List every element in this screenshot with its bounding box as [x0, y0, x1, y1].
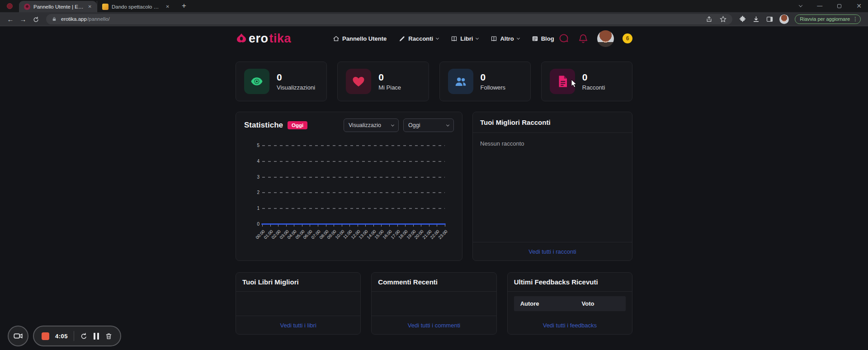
window-menu-chevron-icon[interactable] — [799, 3, 802, 7]
chevron-down-icon — [391, 123, 394, 126]
chart-series-line — [261, 223, 446, 225]
chart-x-tick — [318, 225, 318, 227]
stat-label: Mi Piace — [378, 84, 401, 91]
panel-body — [236, 292, 360, 316]
nav-label: Racconti — [408, 35, 433, 42]
empty-state-text: Nessun racconto — [473, 133, 632, 242]
page-content: erotika Pannello Utente Racconti Libri — [0, 26, 868, 350]
url-host: erotika.app — [61, 16, 87, 22]
chart-gridline — [262, 192, 445, 193]
relaunch-label: Riavvia per aggiornare — [800, 16, 850, 22]
main-nav: Pannello Utente Racconti Libri Al — [333, 35, 554, 42]
tab-close-icon[interactable]: ✕ — [165, 4, 171, 9]
statistics-panel: Statistiche Oggi Visualizzazio Oggi — [236, 112, 462, 261]
messages-icon[interactable] — [558, 33, 569, 44]
nav-item-racconti[interactable]: Racconti — [399, 35, 439, 42]
stat-card-followers: 0 Followers — [439, 61, 531, 101]
nav-label: Altro — [500, 35, 514, 42]
mouse-cursor — [571, 79, 577, 88]
side-panel-icon[interactable] — [766, 15, 774, 23]
back-icon[interactable]: ← — [5, 15, 16, 23]
window-minimize-icon[interactable]: — — [817, 3, 822, 9]
view-all-feedbacks-link[interactable]: Vedi tutti i feedbacks — [543, 322, 597, 329]
chart-x-tick — [421, 225, 421, 227]
stop-recording-button[interactable] — [42, 332, 49, 340]
tab-title: Dando spettacolo al privé - Racc — [112, 4, 161, 9]
chart-y-tick-label: 5 — [249, 143, 259, 148]
metric-select-value: Visualizzazio — [349, 122, 381, 128]
window-maximize-icon[interactable] — [837, 4, 841, 8]
chart-x-tick — [445, 225, 445, 227]
chart-x-tick — [358, 225, 358, 227]
relaunch-to-update-button[interactable]: Riavvia per aggiornare ⋮ — [795, 14, 861, 24]
view-all-books-link[interactable]: Vedi tutti i libri — [280, 322, 316, 329]
delete-recording-icon[interactable] — [105, 332, 113, 340]
view-all-stories-link[interactable]: Vedi tutti i racconti — [528, 248, 576, 255]
share-icon[interactable] — [705, 15, 713, 23]
panel-title: Tuoi Libri Migliori — [236, 273, 360, 292]
site-header: erotika Pannello Utente Racconti Libri — [0, 26, 868, 51]
restart-recording-icon[interactable] — [80, 332, 88, 340]
stat-label: Visualizzazioni — [277, 84, 315, 91]
nav-item-pannello-utente[interactable]: Pannello Utente — [333, 35, 387, 42]
nav-item-blog[interactable]: Blog — [532, 35, 554, 42]
chart-plot: 01234500:0001:0002:0003:0004:0005:0006:0… — [262, 146, 445, 224]
screen-recorder-widget: 4:05 — [8, 326, 121, 346]
erotika-logo[interactable]: erotika — [236, 32, 291, 46]
extensions-puzzle-icon[interactable] — [739, 15, 746, 23]
chevron-down-icon — [446, 123, 449, 126]
chart-y-tick-label: 2 — [249, 190, 259, 195]
user-avatar[interactable] — [597, 30, 614, 47]
chevron-down-icon — [476, 36, 479, 39]
column-header-voto: Voto — [576, 296, 626, 311]
bookmark-star-icon[interactable] — [719, 15, 727, 23]
tab-title: Pannello Utente | Erotika — [33, 4, 84, 9]
reload-icon[interactable] — [30, 15, 42, 23]
tab-close-icon[interactable]: ✕ — [87, 4, 93, 9]
chart-gridline — [262, 177, 445, 178]
browser-profile-avatar[interactable] — [779, 14, 789, 24]
chart-x-tick — [334, 225, 334, 227]
panel-body — [508, 311, 632, 321]
nav-item-altro[interactable]: Altro — [491, 35, 519, 42]
chart-x-tick — [286, 225, 287, 227]
metric-select[interactable]: Visualizzazio — [344, 118, 399, 132]
notifications-bell-icon[interactable] — [578, 33, 589, 44]
notification-count-badge[interactable]: 6 — [623, 33, 632, 43]
logo-text-prefix: ero — [249, 32, 269, 46]
chart-x-tick — [437, 225, 437, 227]
chart-y-tick-label: 3 — [249, 175, 259, 180]
followers-people-icon — [454, 75, 467, 88]
chart-x-tick — [381, 225, 382, 227]
book-icon — [491, 35, 497, 42]
tab-dando-spettacolo[interactable]: Dando spettacolo al privé - Racc ✕ — [97, 1, 175, 12]
stat-card-racconti: 0 Racconti — [541, 61, 632, 101]
tab-pannello-utente[interactable]: Pannello Utente | Erotika ✕ — [19, 1, 97, 12]
stat-value: 0 — [481, 72, 506, 82]
home-icon — [333, 35, 340, 42]
book-icon — [451, 35, 458, 42]
chart-gridline — [262, 161, 445, 162]
nav-label: Blog — [541, 35, 554, 42]
browser-menu-kebab-icon[interactable]: ⋮ — [853, 16, 858, 22]
nav-item-libri[interactable]: Libri — [451, 35, 478, 42]
chart-x-tick — [413, 225, 414, 227]
new-tab-button[interactable]: + — [182, 1, 186, 10]
forward-icon[interactable]: → — [17, 15, 29, 23]
chart-x-tick — [270, 225, 271, 227]
header-actions: 6 — [558, 30, 632, 47]
view-all-comments-link[interactable]: Vedi tutti i commenti — [408, 322, 460, 329]
period-select[interactable]: Oggi — [403, 118, 454, 132]
chart-x-tick — [429, 225, 429, 227]
chart-x-tick — [342, 225, 342, 227]
stat-label: Racconti — [582, 84, 605, 91]
erotika-favicon — [24, 4, 30, 10]
pencil-icon — [399, 35, 406, 42]
window-close-icon[interactable]: ✕ — [856, 2, 862, 9]
url-bar[interactable]: erotika.app/pannello/ — [46, 14, 732, 24]
pause-recording-icon[interactable] — [94, 333, 99, 340]
camera-toggle-button[interactable] — [8, 326, 28, 346]
downloads-icon[interactable] — [752, 15, 760, 23]
screen: Pannello Utente | Erotika ✕ Dando spetta… — [0, 0, 868, 350]
chart-y-tick-label: 0 — [249, 222, 259, 227]
